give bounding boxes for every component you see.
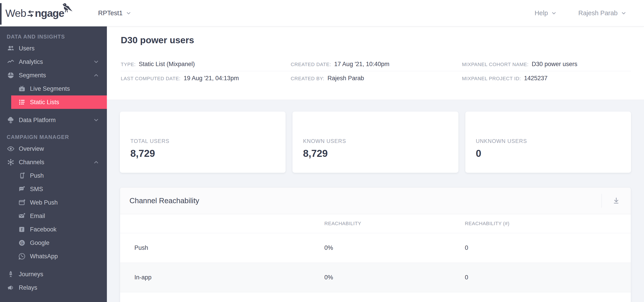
cell-channel: Push (120, 233, 324, 263)
sidebar-item-label: Static Lists (30, 99, 59, 106)
channel-reachability-panel: Channel Reachability REACHABILITY REACHA… (120, 187, 631, 302)
sidebar-item-label: Facebook (30, 226, 56, 233)
cell-reachability-count: 0 (465, 263, 631, 292)
sidebar-item-users[interactable]: Users (0, 42, 107, 55)
bird-icon (61, 2, 74, 14)
card-unknown-users: UNKNOWN USERS 0 (465, 112, 631, 173)
cell-reachability: 0% (324, 233, 465, 263)
meta-mixpanel-cohort-name: MIXPANEL COHORT NAME: D30 power users (462, 61, 631, 68)
sidebar-item-label: WhatsApp (30, 253, 58, 260)
sidebar-item-live-segments[interactable]: Live Segments (0, 82, 107, 95)
sidebar-item-email[interactable]: Email (0, 209, 107, 223)
meta-value: 19 Aug '21, 04:13pm (184, 75, 239, 82)
user-name: Rajesh Parab (578, 10, 618, 17)
sidebar-section-data-insights: DATA AND INSIGHTS (7, 34, 107, 40)
chevron-down-icon (126, 10, 132, 16)
chevron-down-icon (551, 10, 557, 16)
sidebar-item-push[interactable]: Push (0, 169, 107, 182)
chevron-down-icon (93, 117, 99, 123)
card-label: UNKNOWN USERS (476, 138, 631, 144)
sidebar-item-label: Email (30, 213, 45, 220)
chevron-up-icon (93, 159, 99, 165)
meta-created-by: CREATED BY: Rajesh Parab (291, 75, 462, 82)
card-total-users: TOTAL USERS 8,729 (120, 112, 286, 173)
svg-text:G: G (20, 241, 24, 245)
table-row-in-app: In-app 0% 0 (120, 263, 631, 292)
table-header-row: REACHABILITY REACHABILITY (#) (120, 214, 631, 233)
column-channel (120, 214, 324, 233)
logo-ngage: ngage (35, 7, 64, 19)
panel-title: Channel Reachability (130, 197, 199, 205)
sidebar-item-segments[interactable]: Segments (0, 69, 107, 82)
sidebar-item-label: Relays (19, 284, 37, 291)
facebook-icon: f (18, 225, 26, 233)
journeys-icon (7, 270, 15, 278)
sidebar-item-static-lists[interactable]: Static Lists (11, 95, 107, 109)
meta-label: MIXPANEL PROJECT ID: (462, 76, 521, 82)
meta-row-1: TYPE: Static List (Mixpanel) CREATED DAT… (121, 57, 631, 71)
sidebar-item-label: Push (30, 172, 44, 179)
column-reachability-count: REACHABILITY (#) (465, 214, 631, 233)
sidebar-item-label: Users (19, 45, 35, 52)
sidebar-item-overview[interactable]: Overview (0, 142, 107, 156)
sidebar-item-label: Data Platform (19, 117, 56, 124)
google-icon: G (18, 239, 26, 247)
top-bar: Webngage RPTest1 Help Rajesh Parab (0, 0, 644, 27)
help-menu[interactable]: Help (535, 10, 557, 17)
meta-value: D30 power users (532, 61, 577, 68)
chevron-down-icon (93, 59, 99, 65)
meta-last-computed-date: LAST COMPUTED DATE: 19 Aug '21, 04:13pm (121, 75, 291, 82)
sidebar-item-analytics[interactable]: Analytics (0, 55, 107, 69)
sidebar-item-sms[interactable]: SMS (0, 182, 107, 196)
panel-header: Channel Reachability (120, 188, 631, 214)
sms-icon (18, 185, 26, 193)
meta-row-2: LAST COMPUTED DATE: 19 Aug '21, 04:13pm … (121, 71, 631, 85)
cell-reachability: 0% (324, 263, 465, 292)
sidebar-item-data-platform[interactable]: Data Platform (0, 113, 107, 127)
meta-value: Rajesh Parab (327, 75, 364, 82)
webengage-logo[interactable]: Webngage (5, 0, 64, 26)
sidebar-item-channels[interactable]: Channels (0, 156, 107, 169)
meta-label: CREATED BY: (291, 76, 324, 82)
analytics-icon (7, 58, 15, 66)
user-menu[interactable]: Rajesh Parab (578, 10, 626, 17)
sidebar-item-whatsapp[interactable]: WhatsApp (0, 250, 107, 263)
cell-channel: In-app (120, 263, 324, 292)
meta-type: TYPE: Static List (Mixpanel) (121, 61, 291, 68)
sidebar-item-relays[interactable]: Relays (0, 281, 107, 294)
meta-value: 1425237 (524, 75, 548, 82)
sidebar-item-journeys[interactable]: Journeys (0, 267, 107, 281)
page-title: D30 power users (121, 35, 194, 46)
channels-icon (7, 158, 15, 166)
sidebar-item-label: Journeys (19, 271, 44, 278)
cell-reachability-count: 0 (465, 233, 631, 263)
meta-created-date: CREATED DATE: 17 Aug '21, 10:40pm (291, 61, 462, 68)
sidebar-section-campaign-manager: CAMPAIGN MANAGER (7, 134, 107, 140)
meta-label: CREATED DATE: (291, 62, 331, 67)
chevron-up-icon (93, 72, 99, 78)
sidebar-item-label: Overview (19, 145, 44, 152)
meta-value: Static List (Mixpanel) (139, 61, 195, 68)
sidebar-item-label: Segments (19, 72, 46, 79)
sidebar-item-web-push[interactable]: Web Push (0, 196, 107, 209)
sidebar-item-facebook[interactable]: f Facebook (0, 223, 107, 236)
sidebar-item-label: Analytics (19, 59, 43, 65)
segments-icon (7, 71, 15, 79)
sidebar-item-google[interactable]: G Google (0, 236, 107, 250)
left-edge-strip (0, 3, 2, 25)
whatsapp-icon (18, 252, 26, 260)
email-icon (18, 212, 26, 220)
meta-label: TYPE: (121, 62, 136, 67)
workspace-selector[interactable]: RPTest1 (98, 10, 132, 17)
stat-cards: TOTAL USERS 8,729 KNOWN USERS 8,729 UNKN… (120, 112, 631, 173)
sidebar-item-label: Live Segments (30, 85, 70, 92)
static-lists-icon (18, 98, 26, 106)
users-icon (7, 44, 15, 52)
help-label: Help (535, 10, 548, 17)
meta-label: MIXPANEL COHORT NAME: (462, 62, 528, 67)
sidebar-navigation: DATA AND INSIGHTS Users Analytics Segmen… (0, 27, 107, 302)
chevron-down-icon (621, 10, 626, 16)
web-push-icon (18, 199, 26, 207)
download-button[interactable] (602, 188, 631, 214)
meta-label: LAST COMPUTED DATE: (121, 76, 180, 82)
